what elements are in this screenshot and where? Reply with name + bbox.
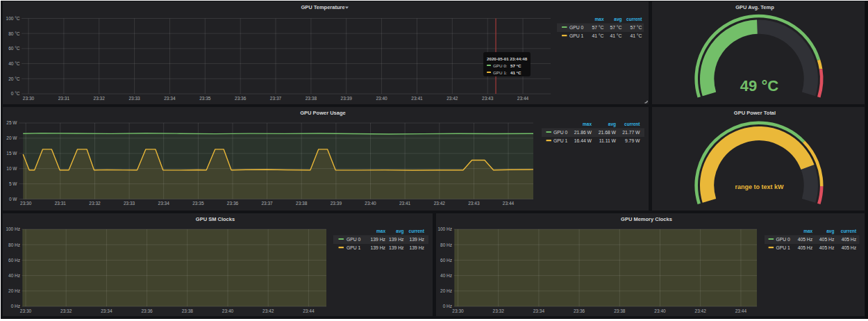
svg-text:23:39: 23:39 xyxy=(341,96,353,101)
svg-text:max: max xyxy=(594,17,603,22)
svg-text:GPU Temperature: GPU Temperature xyxy=(301,4,344,10)
svg-text:GPU Power Usage: GPU Power Usage xyxy=(300,110,345,116)
svg-text:41 °C: 41 °C xyxy=(592,33,603,38)
svg-text:405 Hz: 405 Hz xyxy=(798,237,813,242)
svg-text:15 W: 15 W xyxy=(6,151,17,156)
svg-text:GPU Power Total: GPU Power Total xyxy=(734,110,776,116)
svg-text:40 °C: 40 °C xyxy=(8,61,20,66)
svg-text:avg: avg xyxy=(396,229,403,234)
svg-text:57 °C: 57 °C xyxy=(592,25,603,30)
svg-text:23:30: 23:30 xyxy=(20,201,32,206)
svg-text:23:34: 23:34 xyxy=(101,308,112,313)
svg-text:139 Hz: 139 Hz xyxy=(389,237,404,242)
svg-text:23:38: 23:38 xyxy=(306,96,317,101)
svg-text:23:42: 23:42 xyxy=(262,308,274,313)
svg-text:23:32: 23:32 xyxy=(89,201,101,206)
svg-text:GPU 1: GPU 1 xyxy=(347,245,361,250)
svg-text:23:43: 23:43 xyxy=(482,96,494,101)
svg-text:23:41: 23:41 xyxy=(411,96,423,101)
svg-text:405 Hz: 405 Hz xyxy=(842,245,857,250)
svg-text:23:32: 23:32 xyxy=(94,96,106,101)
svg-text:21.77 W: 21.77 W xyxy=(622,130,640,135)
svg-text:80 °C: 80 °C xyxy=(8,31,20,36)
svg-text:23:42: 23:42 xyxy=(446,96,458,101)
svg-text:GPU 0: GPU 0 xyxy=(569,25,584,30)
svg-text:49 °C: 49 °C xyxy=(740,77,778,94)
svg-text:avg: avg xyxy=(826,229,834,234)
svg-text:20 Hz: 20 Hz xyxy=(440,288,452,293)
svg-text:20 °C: 20 °C xyxy=(8,76,20,81)
svg-text:23:35: 23:35 xyxy=(199,96,211,101)
svg-text:20 W: 20 W xyxy=(6,135,17,140)
svg-text:10 W: 10 W xyxy=(6,166,17,171)
svg-text:80 Hz: 80 Hz xyxy=(8,242,20,247)
svg-text:21.68 W: 21.68 W xyxy=(599,130,617,135)
svg-text:23:44: 23:44 xyxy=(503,201,515,206)
svg-text:57 °C: 57 °C xyxy=(610,25,621,30)
svg-text:25 W: 25 W xyxy=(6,120,17,125)
svg-text:23:38: 23:38 xyxy=(614,308,626,313)
svg-text:23:32: 23:32 xyxy=(60,308,72,313)
svg-text:0 Hz: 0 Hz xyxy=(11,304,20,308)
svg-text:41 °C: 41 °C xyxy=(510,70,521,75)
svg-text:40 Hz: 40 Hz xyxy=(8,273,20,278)
svg-text:max: max xyxy=(376,229,385,233)
svg-text:139 Hz: 139 Hz xyxy=(409,245,424,250)
svg-text:23:34: 23:34 xyxy=(164,96,176,101)
svg-text:23:33: 23:33 xyxy=(128,96,140,101)
svg-text:57 °C: 57 °C xyxy=(510,63,521,68)
svg-text:60 Hz: 60 Hz xyxy=(440,258,452,263)
svg-text:23:37: 23:37 xyxy=(270,96,282,101)
svg-text:100 Hz: 100 Hz xyxy=(6,227,20,231)
svg-text:23:43: 23:43 xyxy=(468,201,480,206)
svg-text:GPU 0: GPU 0 xyxy=(776,237,790,242)
svg-text:405 Hz: 405 Hz xyxy=(819,245,835,250)
svg-text:16.44 W: 16.44 W xyxy=(574,138,592,143)
svg-text:23:31: 23:31 xyxy=(55,201,67,206)
svg-text:139 Hz: 139 Hz xyxy=(370,245,385,250)
svg-text:9.79 W: 9.79 W xyxy=(625,138,640,143)
svg-text:23:39: 23:39 xyxy=(331,201,342,206)
svg-text:current: current xyxy=(841,229,857,233)
svg-text:21.86 W: 21.86 W xyxy=(574,130,592,135)
svg-text:GPU 1: GPU 1 xyxy=(776,245,790,250)
svg-text:23:36: 23:36 xyxy=(235,96,247,101)
svg-text:avg: avg xyxy=(614,17,621,22)
svg-text:23:30: 23:30 xyxy=(20,308,32,313)
svg-text:GPU 1: GPU 1 xyxy=(569,33,584,38)
svg-text:23:34: 23:34 xyxy=(533,308,545,313)
svg-text:GPU 0: GPU 0 xyxy=(347,237,361,242)
svg-text:23:30: 23:30 xyxy=(452,308,464,313)
svg-text:100 Hz: 100 Hz xyxy=(437,227,452,231)
svg-text:23:36: 23:36 xyxy=(227,201,239,206)
svg-text:23:44: 23:44 xyxy=(517,96,529,101)
svg-text:23:36: 23:36 xyxy=(141,308,153,313)
svg-text:2020-05-01 23:44:48: 2020-05-01 23:44:48 xyxy=(487,56,528,61)
svg-text:100 °C: 100 °C xyxy=(6,16,20,21)
svg-text:GPU Memory Clocks: GPU Memory Clocks xyxy=(621,216,672,222)
svg-text:23:32: 23:32 xyxy=(493,308,505,313)
svg-text:5 W: 5 W xyxy=(9,181,17,186)
svg-text:range to text kW: range to text kW xyxy=(735,183,784,190)
svg-text:405 Hz: 405 Hz xyxy=(798,245,813,250)
svg-text:41 °C: 41 °C xyxy=(630,33,642,38)
svg-text:41 °C: 41 °C xyxy=(610,33,621,38)
svg-text:60 °C: 60 °C xyxy=(8,46,20,51)
svg-text:57 °C: 57 °C xyxy=(630,25,642,30)
svg-text:139 Hz: 139 Hz xyxy=(409,237,424,242)
svg-text:0 Hz: 0 Hz xyxy=(443,304,452,308)
svg-text:avg: avg xyxy=(608,122,616,127)
svg-text:23:42: 23:42 xyxy=(695,308,707,313)
svg-text:23:30: 23:30 xyxy=(23,96,35,101)
svg-text:23:38: 23:38 xyxy=(182,308,194,313)
svg-text:23:31: 23:31 xyxy=(58,96,70,101)
svg-text:GPU 0: GPU 0 xyxy=(553,130,568,135)
svg-text:23:37: 23:37 xyxy=(261,201,273,206)
svg-text:current: current xyxy=(624,122,640,126)
svg-text:23:34: 23:34 xyxy=(158,201,170,206)
svg-text:0 W: 0 W xyxy=(9,197,17,201)
svg-text:current: current xyxy=(409,229,425,233)
svg-text:405 Hz: 405 Hz xyxy=(819,237,835,242)
svg-text:23:40: 23:40 xyxy=(654,308,666,313)
svg-text:23:40: 23:40 xyxy=(365,201,376,206)
